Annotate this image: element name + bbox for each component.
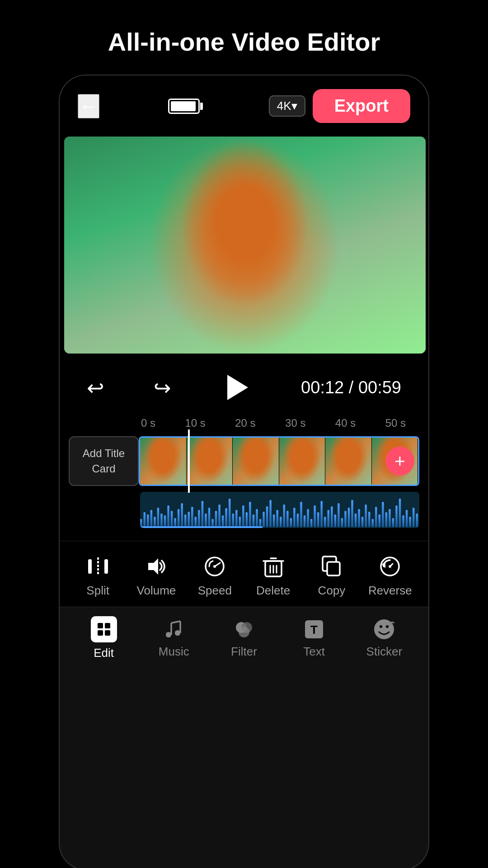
play-pause-button[interactable] bbox=[220, 372, 252, 403]
tool-reverse[interactable]: Reverse bbox=[367, 555, 413, 598]
export-button[interactable]: Export bbox=[313, 89, 410, 123]
svg-rect-101 bbox=[98, 623, 103, 628]
svg-rect-8 bbox=[167, 505, 169, 527]
tool-delete[interactable]: Delete bbox=[251, 555, 296, 598]
svg-rect-104 bbox=[105, 630, 110, 636]
strip-frame-2 bbox=[187, 438, 233, 485]
delete-label: Delete bbox=[256, 584, 290, 598]
svg-rect-64 bbox=[358, 509, 360, 527]
phone-shell: ← 4K▾ Export 00:12 / 00:59 0 s 10 s 20 s bbox=[59, 75, 429, 868]
svg-rect-4 bbox=[154, 517, 156, 527]
speed-icon bbox=[203, 555, 226, 578]
bottom-nav: Edit Music Filter T bbox=[60, 607, 428, 678]
reverse-label: Reverse bbox=[368, 584, 412, 598]
svg-rect-66 bbox=[365, 505, 367, 527]
svg-rect-41 bbox=[280, 517, 282, 527]
tool-copy[interactable]: Copy bbox=[309, 555, 354, 598]
svg-rect-54 bbox=[324, 517, 326, 527]
svg-line-89 bbox=[215, 563, 220, 566]
reverse-icon bbox=[378, 555, 402, 578]
svg-rect-71 bbox=[382, 502, 384, 527]
svg-rect-5 bbox=[157, 508, 160, 527]
svg-rect-75 bbox=[395, 505, 398, 527]
edit-toolbar: Split Volume Speed bbox=[60, 541, 428, 607]
audio-waveform-track bbox=[140, 492, 419, 528]
svg-rect-31 bbox=[246, 512, 248, 527]
svg-rect-45 bbox=[293, 508, 296, 527]
add-clip-button[interactable]: + bbox=[385, 447, 414, 476]
nav-item-filter[interactable]: Filter bbox=[221, 618, 267, 659]
svg-rect-3 bbox=[150, 510, 153, 527]
svg-rect-7 bbox=[164, 515, 166, 527]
svg-rect-63 bbox=[355, 514, 357, 527]
video-strip[interactable]: + bbox=[139, 436, 419, 486]
svg-rect-6 bbox=[160, 514, 163, 527]
split-label: Split bbox=[86, 584, 109, 598]
copy-label: Copy bbox=[318, 584, 346, 598]
video-track: Add Title Card + bbox=[69, 434, 419, 488]
tool-split[interactable]: Split bbox=[75, 555, 121, 598]
tool-volume[interactable]: Volume bbox=[134, 555, 179, 598]
svg-rect-1 bbox=[144, 512, 146, 527]
svg-rect-52 bbox=[317, 512, 319, 527]
add-title-card-button[interactable]: Add Title Card bbox=[69, 436, 139, 486]
playhead bbox=[188, 429, 190, 493]
music-nav-label: Music bbox=[159, 645, 189, 659]
svg-rect-15 bbox=[191, 507, 193, 527]
svg-rect-48 bbox=[304, 515, 306, 527]
volume-icon bbox=[145, 555, 168, 578]
nav-item-edit[interactable]: Edit bbox=[81, 616, 127, 660]
quality-selector[interactable]: 4K▾ bbox=[269, 95, 305, 117]
nav-item-text[interactable]: T Text bbox=[291, 618, 337, 659]
strip-frame-4 bbox=[279, 438, 326, 485]
svg-rect-102 bbox=[105, 623, 110, 628]
svg-rect-14 bbox=[188, 512, 190, 527]
svg-rect-53 bbox=[320, 501, 323, 527]
redo-button[interactable] bbox=[154, 374, 171, 401]
tool-speed[interactable]: Speed bbox=[192, 555, 237, 598]
svg-rect-10 bbox=[174, 518, 176, 527]
svg-rect-28 bbox=[235, 510, 238, 527]
svg-rect-24 bbox=[222, 515, 224, 527]
timeline-ruler: 0 s 10 s 20 s 30 s 40 s 50 s bbox=[69, 417, 419, 434]
nav-item-music[interactable]: Music bbox=[151, 618, 197, 659]
music-nav-icon bbox=[162, 618, 186, 641]
volume-label: Volume bbox=[137, 584, 176, 598]
svg-rect-11 bbox=[178, 509, 180, 527]
waveform-svg bbox=[140, 492, 419, 528]
svg-rect-55 bbox=[328, 510, 330, 527]
svg-rect-72 bbox=[385, 512, 388, 527]
svg-rect-25 bbox=[225, 508, 227, 527]
svg-marker-86 bbox=[148, 558, 158, 575]
svg-rect-12 bbox=[181, 503, 183, 527]
video-thumbnail bbox=[64, 137, 426, 354]
svg-rect-76 bbox=[399, 499, 401, 527]
playback-controls: 00:12 / 00:59 bbox=[60, 358, 428, 417]
svg-rect-69 bbox=[375, 507, 377, 527]
edit-nav-label: Edit bbox=[94, 646, 114, 660]
svg-point-115 bbox=[386, 625, 389, 628]
svg-rect-22 bbox=[215, 511, 217, 527]
undo-button[interactable] bbox=[87, 374, 104, 401]
sticker-nav-label: Sticker bbox=[366, 645, 402, 659]
svg-rect-32 bbox=[249, 502, 251, 527]
svg-rect-96 bbox=[327, 562, 340, 576]
phone-header: ← 4K▾ Export bbox=[60, 75, 428, 132]
svg-rect-2 bbox=[147, 514, 149, 527]
svg-rect-43 bbox=[286, 511, 289, 527]
svg-rect-18 bbox=[202, 501, 204, 527]
svg-rect-42 bbox=[283, 505, 286, 527]
delete-icon bbox=[262, 555, 285, 578]
filter-nav-label: Filter bbox=[231, 645, 257, 659]
svg-rect-46 bbox=[297, 514, 299, 527]
svg-rect-38 bbox=[269, 500, 272, 527]
svg-rect-9 bbox=[171, 511, 173, 527]
svg-rect-81 bbox=[416, 514, 418, 527]
strip-frame-5 bbox=[325, 438, 372, 485]
nav-item-sticker[interactable]: Sticker bbox=[361, 618, 407, 659]
svg-rect-80 bbox=[413, 508, 415, 527]
svg-rect-83 bbox=[88, 559, 92, 574]
svg-text:T: T bbox=[310, 623, 318, 637]
svg-rect-33 bbox=[253, 514, 255, 527]
back-button[interactable]: ← bbox=[78, 94, 99, 118]
